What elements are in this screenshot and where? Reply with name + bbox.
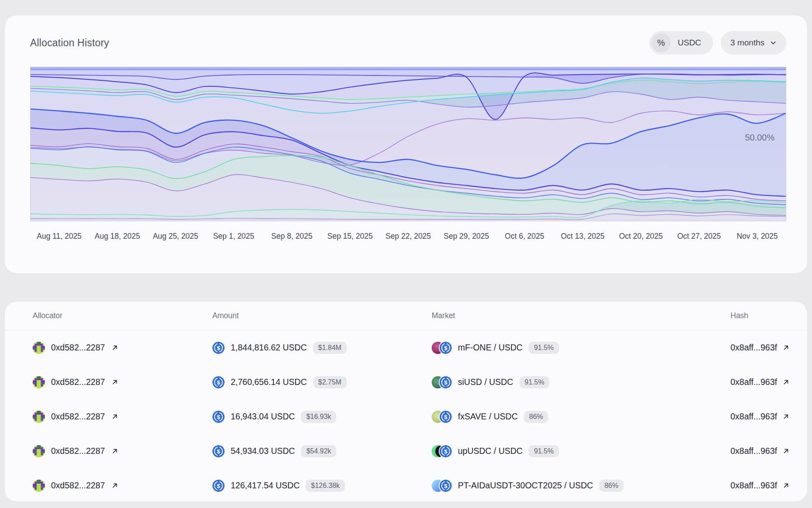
table-row: 0xd582...2287 $ 126,417.54 USDC $126.38k… — [5, 468, 807, 502]
table-row: 0xd582...2287 $ 16,943.04 USDC $16.93k $… — [5, 399, 807, 434]
hash-value[interactable]: 0x8aff...963f — [730, 446, 777, 456]
amount-value: 16,943.04 USDC — [231, 412, 295, 422]
external-link-arrow-icon[interactable] — [782, 413, 790, 420]
allocator-address[interactable]: 0xd582...2287 — [51, 446, 105, 456]
page-title: Allocation History — [30, 37, 109, 49]
usdc-coin-icon: $ — [212, 480, 225, 492]
amount-value: 2,760,656.14 USDC — [231, 377, 307, 387]
unit-toggle[interactable]: % USDC — [649, 31, 713, 55]
external-link-arrow-icon[interactable] — [782, 482, 790, 489]
amount-usd-badge: $16.93k — [301, 411, 336, 423]
x-axis-tick-label: Oct 20, 2025 — [612, 232, 670, 241]
allocator-address[interactable]: 0xd582...2287 — [51, 377, 105, 387]
hash-cell: 0x8aff...963f — [730, 481, 797, 491]
market-coin-pair: $ — [432, 411, 452, 423]
svg-text:$: $ — [217, 379, 220, 386]
svg-text:$: $ — [444, 483, 447, 489]
market-name[interactable]: upUSDC / USDC — [458, 446, 522, 456]
market-coin-pair: $ — [432, 376, 452, 388]
usdc-coin-icon: $ — [212, 342, 225, 354]
chart-card-header: Allocation History % USDC 3 months — [5, 15, 807, 55]
market-coin-pair: $ — [432, 445, 452, 457]
external-link-arrow-icon[interactable] — [111, 413, 119, 420]
unit-toggle-usdc-label[interactable]: USDC — [671, 38, 711, 48]
svg-text:$: $ — [217, 345, 220, 351]
svg-text:$: $ — [444, 448, 447, 455]
x-axis-tick-label: Nov 3, 2025 — [728, 232, 786, 241]
usdc-coin-icon: $ — [212, 411, 225, 423]
x-axis-tick-label: Oct 13, 2025 — [554, 232, 612, 241]
table-header: AllocatorAmountMarketHash — [5, 302, 807, 330]
usdc-coin-icon: $ — [440, 480, 452, 492]
hash-cell: 0x8aff...963f — [730, 446, 797, 456]
external-link-arrow-icon[interactable] — [782, 447, 790, 455]
chevron-down-icon — [770, 39, 777, 46]
amount-cell: $ 126,417.54 USDC $126.38k — [212, 480, 432, 492]
allocator-address[interactable]: 0xd582...2287 — [51, 343, 105, 353]
allocator-avatar — [33, 376, 45, 388]
market-ltv-badge: 91.5% — [529, 342, 559, 354]
allocations-table-card: AllocatorAmountMarketHash 0xd582...2287 … — [4, 301, 808, 502]
amount-value: 1,844,816.62 USDC — [231, 343, 307, 353]
external-link-arrow-icon[interactable] — [782, 378, 790, 386]
x-axis-tick-label: Sep 29, 2025 — [437, 232, 495, 241]
usdc-coin-icon: $ — [440, 411, 452, 423]
time-range-label: 3 months — [730, 38, 764, 48]
market-name[interactable]: fxSAVE / USDC — [458, 412, 518, 422]
column-header-market: Market — [432, 311, 730, 320]
amount-cell: $ 1,844,816.62 USDC $1.84M — [212, 342, 432, 354]
allocator-avatar — [33, 445, 45, 457]
market-cell: $ mF-ONE / USDC 91.5% — [432, 342, 730, 354]
table-row: 0xd582...2287 $ 54,934.03 USDC $54.92k $… — [5, 434, 807, 468]
x-axis-tick-label: Oct 6, 2025 — [495, 232, 553, 241]
allocator-address[interactable]: 0xd582...2287 — [51, 412, 105, 422]
column-header-amount: Amount — [212, 311, 432, 320]
market-name[interactable]: siUSD / USDC — [458, 377, 513, 387]
amount-value: 126,417.54 USDC — [231, 481, 300, 491]
table-row: 0xd582...2287 $ 2,760,656.14 USDC $2.75M… — [5, 365, 807, 399]
x-axis-labels: Aug 11, 2025Aug 18, 2025Aug 25, 2025Sep … — [30, 221, 786, 241]
external-link-arrow-icon[interactable] — [111, 344, 119, 351]
x-axis-tick-label: Sep 22, 2025 — [379, 232, 437, 241]
external-link-arrow-icon[interactable] — [782, 344, 790, 351]
amount-usd-badge: $2.75M — [313, 376, 347, 388]
x-axis-tick-label: Sep 8, 2025 — [263, 232, 321, 241]
column-header-allocator: Allocator — [33, 311, 212, 320]
allocator-cell: 0xd582...2287 — [33, 480, 212, 492]
hash-value[interactable]: 0x8aff...963f — [730, 377, 777, 387]
hash-cell: 0x8aff...963f — [730, 377, 797, 387]
hash-cell: 0x8aff...963f — [730, 412, 797, 422]
svg-text:$: $ — [217, 483, 220, 489]
x-axis-tick-label: Aug 18, 2025 — [88, 232, 146, 241]
external-link-arrow-icon[interactable] — [111, 447, 119, 455]
hash-value[interactable]: 0x8aff...963f — [730, 412, 777, 422]
x-axis-tick-label: Sep 15, 2025 — [321, 232, 379, 241]
allocator-cell: 0xd582...2287 — [33, 445, 212, 457]
amount-usd-badge: $1.84M — [313, 342, 347, 354]
column-header-hash: Hash — [730, 311, 797, 320]
allocator-address[interactable]: 0xd582...2287 — [51, 481, 105, 491]
market-ltv-badge: 86% — [599, 480, 624, 492]
allocation-chart[interactable]: 50.00% — [30, 67, 786, 221]
amount-value: 54,934.03 USDC — [231, 446, 295, 456]
amount-cell: $ 16,943.04 USDC $16.93k — [212, 411, 432, 423]
chart-controls: % USDC 3 months — [649, 31, 786, 55]
hash-value[interactable]: 0x8aff...963f — [730, 343, 777, 353]
hash-value[interactable]: 0x8aff...963f — [730, 481, 777, 491]
allocator-avatar — [33, 342, 45, 354]
allocator-avatar — [33, 411, 45, 423]
external-link-arrow-icon[interactable] — [111, 482, 119, 489]
market-ltv-badge: 86% — [524, 411, 548, 423]
amount-cell: $ 54,934.03 USDC $54.92k — [212, 445, 432, 457]
hash-cell: 0x8aff...963f — [730, 343, 797, 353]
external-link-arrow-icon[interactable] — [111, 378, 119, 386]
market-name[interactable]: mF-ONE / USDC — [458, 343, 522, 353]
percent-toggle-icon[interactable]: % — [652, 33, 671, 52]
x-axis-tick-label: Aug 25, 2025 — [147, 232, 205, 241]
market-cell: $ siUSD / USDC 91.5% — [432, 376, 730, 388]
usdc-coin-icon: $ — [212, 376, 225, 388]
x-axis-tick-label: Aug 11, 2025 — [30, 232, 88, 241]
market-name[interactable]: PT-AIDaUSDT-30OCT2025 / USDC — [458, 481, 593, 491]
time-range-dropdown[interactable]: 3 months — [721, 31, 786, 55]
x-axis-tick-label: Oct 27, 2025 — [670, 232, 728, 241]
